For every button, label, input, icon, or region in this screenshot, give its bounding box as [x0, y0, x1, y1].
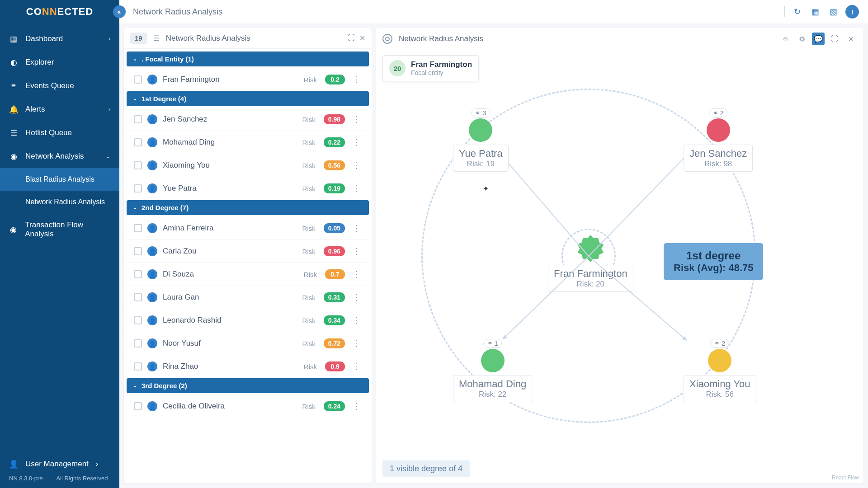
- tree-icon[interactable]: ⎋: [779, 33, 792, 45]
- person-icon: 👤: [147, 75, 157, 84]
- person-icon: 👤: [147, 315, 157, 325]
- checkbox[interactable]: [134, 138, 142, 146]
- row-menu-icon[interactable]: ⋮: [350, 160, 362, 170]
- checkbox[interactable]: [134, 184, 142, 192]
- checkbox[interactable]: [134, 75, 142, 84]
- sidebar-item-transaction-flow-analysis[interactable]: ◉Transaction Flow Analysis: [0, 213, 119, 246]
- sidebar-item-network-analysis[interactable]: ◉Network Analysis⌄: [0, 145, 119, 168]
- row-menu-icon[interactable]: ⋮: [350, 223, 362, 233]
- risk-label: Risk: [302, 139, 316, 146]
- entity-row[interactable]: 👤 Yue Patra Risk 0.19 ⋮: [127, 177, 369, 200]
- graph-node[interactable]: ⚭ 2 Xiaoming You Risk: 56: [684, 349, 756, 402]
- entity-count-badge: 19: [130, 33, 147, 44]
- entity-row[interactable]: 👤 Cecilia de Oliveira Risk 0.24 ⋮: [127, 395, 369, 418]
- risk-label: Risk: [304, 271, 317, 278]
- checkbox[interactable]: [134, 402, 142, 410]
- entity-row[interactable]: 👤 Noor Yusuf Risk 0.72 ⋮: [127, 332, 369, 355]
- checkbox[interactable]: [134, 362, 142, 371]
- graph-node[interactable]: ⚭ 1 Mohamad Ding Risk: 22: [453, 349, 532, 402]
- entity-row[interactable]: 👤 Di Souza Risk 0.7 ⋮: [127, 263, 369, 286]
- section-header[interactable]: ⌄. Focal Entity (1): [127, 52, 369, 66]
- sidebar-subitem-blast-radius-analysis[interactable]: Blast Radius Analysis: [0, 168, 119, 191]
- risk-label: Risk: [302, 403, 316, 410]
- risk-badge: 0.22: [324, 137, 345, 147]
- user-avatar[interactable]: I: [845, 5, 859, 19]
- row-menu-icon[interactable]: ⋮: [350, 361, 362, 371]
- checkbox[interactable]: [134, 339, 142, 347]
- risk-label: Risk: [302, 294, 316, 301]
- entity-row[interactable]: 👤 Mohamad Ding Risk 0.22 ⋮: [127, 131, 369, 154]
- graph-panel: Network Radius Analysis ⎋ ⚙ 💬 ⛶ ✕ 20 Fra…: [376, 28, 863, 483]
- degree-summary-card[interactable]: 1st degree Risk (Avg): 48.75: [664, 243, 763, 280]
- entity-row[interactable]: 👤 Carla Zou Risk 0.96 ⋮: [127, 240, 369, 263]
- row-menu-icon[interactable]: ⋮: [350, 269, 362, 279]
- nav-label: Alerts: [25, 105, 45, 114]
- widgets-icon[interactable]: ▧: [827, 6, 839, 18]
- person-icon: 👤: [147, 246, 157, 256]
- entity-name: Di Souza: [163, 270, 298, 279]
- graph-node[interactable]: ⚭ 3 Yue Patra Risk: 19: [453, 118, 509, 172]
- node-circle: ⚭ 3: [469, 118, 492, 142]
- risk-badge: 0.9: [325, 361, 345, 371]
- person-icon: 👤: [147, 269, 157, 279]
- sidebar-collapse-button[interactable]: «: [113, 5, 126, 18]
- checkbox[interactable]: [134, 161, 142, 169]
- list-icon[interactable]: ☰: [153, 34, 160, 42]
- risk-label: Risk: [302, 162, 316, 169]
- expand-icon[interactable]: ⛶: [348, 34, 355, 42]
- sidebar-item-dashboard[interactable]: ▦Dashboard›: [0, 27, 119, 51]
- refresh-icon[interactable]: ↻: [791, 6, 803, 18]
- row-menu-icon[interactable]: ⋮: [350, 75, 362, 84]
- row-menu-icon[interactable]: ⋮: [350, 338, 362, 348]
- checkbox[interactable]: [134, 270, 142, 278]
- entity-row[interactable]: 👤 Xiaoming You Risk 0.56 ⋮: [127, 154, 369, 177]
- checkbox[interactable]: [134, 224, 142, 232]
- sidebar-subitem-network-radius-analysis[interactable]: Network Radius Analysis: [0, 191, 119, 213]
- section-header[interactable]: ⌄1st Degree (4): [127, 91, 369, 106]
- section-header[interactable]: ⌄3rd Degree (2): [127, 378, 369, 393]
- row-menu-icon[interactable]: ⋮: [350, 401, 362, 411]
- chevron-icon: ⌄: [106, 153, 110, 160]
- comment-icon[interactable]: 💬: [812, 33, 825, 45]
- entity-row[interactable]: 👤 Laura Gan Risk 0.31 ⋮: [127, 286, 369, 309]
- sidebar-item-hotlist-queue[interactable]: ☰Hotlist Queue: [0, 121, 119, 145]
- sidebar-item-alerts[interactable]: 🔔Alerts›: [0, 98, 119, 121]
- close-icon[interactable]: ✕: [359, 34, 365, 42]
- row-menu-icon[interactable]: ⋮: [350, 137, 362, 147]
- close-graph-icon[interactable]: ✕: [844, 33, 857, 45]
- entity-name: Jen Sanchez: [163, 115, 297, 124]
- row-menu-icon[interactable]: ⋮: [350, 315, 362, 325]
- node-circle: ⚭ 1: [481, 349, 505, 372]
- risk-badge: 0.7: [325, 269, 345, 279]
- sidebar-item-events-queue[interactable]: ≡Events Queue: [0, 74, 119, 98]
- row-menu-icon[interactable]: ⋮: [350, 292, 362, 302]
- sidebar-item-explorer[interactable]: ◐Explorer: [0, 51, 119, 74]
- settings-icon[interactable]: ⚙: [796, 33, 808, 45]
- entity-row[interactable]: 👤 Fran Farmington Risk 0.2 ⋮: [127, 68, 369, 91]
- nav-icon: ◉: [9, 225, 18, 234]
- checkbox[interactable]: [134, 293, 142, 301]
- risk-label: Risk: [302, 317, 316, 324]
- row-menu-icon[interactable]: ⋮: [350, 183, 362, 193]
- entity-row[interactable]: 👤 Rina Zhao Risk 0.9 ⋮: [127, 355, 369, 378]
- cursor-indicator: ✦: [483, 184, 490, 193]
- entity-row[interactable]: 👤 Amina Ferreira Risk 0.05 ⋮: [127, 217, 369, 240]
- checkbox[interactable]: [134, 247, 142, 255]
- entity-row[interactable]: 👤 Leonardo Rashid Risk 0.34 ⋮: [127, 309, 369, 332]
- graph-node[interactable]: ⚭ 2 Jen Sanchez Risk: 98: [684, 118, 753, 172]
- grid-icon[interactable]: ▦: [809, 6, 821, 18]
- expand-graph-icon[interactable]: ⛶: [828, 33, 841, 45]
- logo-text: CO: [26, 6, 42, 18]
- sidebar-item-user-management[interactable]: 👤 User Management ›: [9, 460, 110, 475]
- app-logo: CONNECTED «: [0, 0, 119, 23]
- section-header[interactable]: ⌄2nd Degree (7): [127, 200, 369, 215]
- user-icon: 👤: [9, 460, 18, 469]
- entity-row[interactable]: 👤 Jen Sanchez Risk 0.98 ⋮: [127, 108, 369, 131]
- checkbox[interactable]: [134, 316, 142, 324]
- entity-name: Cecilia de Oliveira: [163, 402, 297, 411]
- row-menu-icon[interactable]: ⋮: [350, 246, 362, 256]
- node-name: Mohamad Ding: [459, 378, 526, 390]
- checkbox[interactable]: [134, 115, 142, 123]
- person-icon: 👤: [147, 160, 157, 170]
- row-menu-icon[interactable]: ⋮: [350, 114, 362, 124]
